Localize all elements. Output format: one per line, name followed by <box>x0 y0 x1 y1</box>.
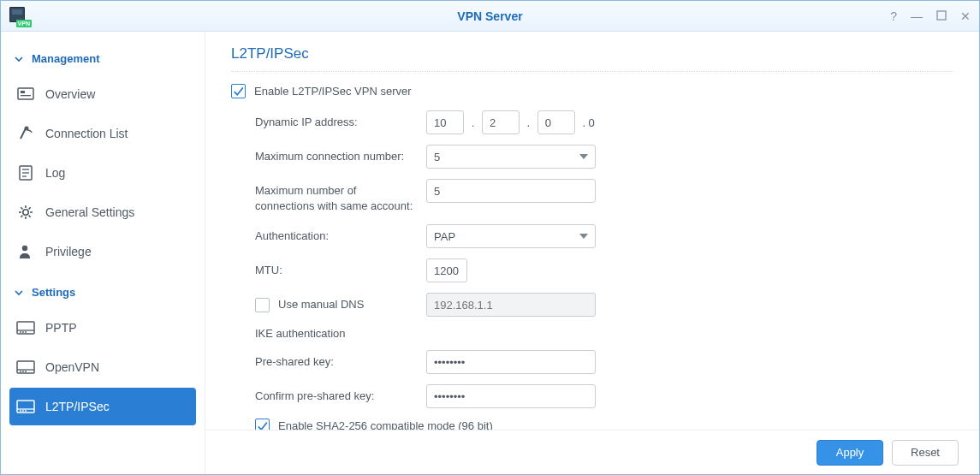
sidebar-item-label: Overview <box>45 87 95 101</box>
auth-label: Authentication: <box>255 229 426 244</box>
svg-line-16 <box>29 207 31 209</box>
close-icon[interactable]: ✕ <box>960 9 971 23</box>
sidebar-item-label: General Settings <box>45 205 134 219</box>
psk-label: Pre-shared key: <box>255 354 426 370</box>
sidebar-item-pptp[interactable]: PPTP <box>9 309 196 347</box>
svg-point-32 <box>22 410 24 412</box>
max-conn-value: 5 <box>434 151 440 163</box>
protocol-icon <box>16 318 35 337</box>
manual-dns-label: Use manual DNS <box>278 297 364 312</box>
mtu-input[interactable] <box>426 258 467 282</box>
connection-icon <box>16 124 35 143</box>
max-conn-same-input[interactable] <box>426 179 596 203</box>
mtu-row: MTU: <box>255 258 953 282</box>
psk-input[interactable] <box>426 350 596 374</box>
dynamic-ip-row: Dynamic IP address: . . . 0 <box>255 110 953 134</box>
minimize-icon[interactable]: — <box>911 9 923 23</box>
enable-l2tp-row: Enable L2TP/IPSec VPN server <box>231 84 953 98</box>
dynamic-ip-octet2-input[interactable] <box>482 110 520 134</box>
max-conn-same-row: Maximum number of connections with same … <box>255 179 953 214</box>
sidebar: Management Overview Connection List Log <box>1 32 205 474</box>
sidebar-item-l2tp-ipsec[interactable]: L2TP/IPSec <box>9 388 196 425</box>
psk-row: Pre-shared key: <box>255 350 953 374</box>
sidebar-item-label: Connection List <box>45 127 128 140</box>
log-icon <box>16 163 35 182</box>
sha2-row: Enable SHA2-256 compatible mode (96 bit) <box>255 419 953 430</box>
sidebar-item-label: Log <box>45 166 65 180</box>
chevron-down-icon <box>579 154 588 159</box>
overview-icon <box>16 85 35 104</box>
manual-dns-checkbox[interactable] <box>255 298 270 312</box>
psk-confirm-input[interactable] <box>426 384 596 408</box>
manual-dns-row: Use manual DNS <box>255 293 953 317</box>
sidebar-item-overview[interactable]: Overview <box>9 75 196 113</box>
content-panel: L2TP/IPSec Enable L2TP/IPSec VPN server … <box>205 32 979 430</box>
sidebar-item-general-settings[interactable]: General Settings <box>9 193 196 231</box>
help-icon[interactable]: ? <box>890 9 897 23</box>
sidebar-item-log[interactable]: Log <box>9 154 196 192</box>
ike-auth-header: IKE authentication <box>255 327 953 340</box>
ip-separator: . <box>472 116 475 129</box>
chevron-down-icon <box>15 288 23 297</box>
maximize-icon[interactable] <box>936 9 947 23</box>
svg-point-28 <box>25 371 27 372</box>
psk-confirm-row: Confirm pre-shared key: <box>255 384 953 408</box>
svg-point-27 <box>22 371 24 372</box>
max-conn-row: Maximum connection number: 5 <box>255 145 953 169</box>
manual-dns-input <box>426 293 596 317</box>
svg-rect-1 <box>18 88 33 99</box>
auth-select[interactable]: PAP <box>426 224 596 248</box>
gear-icon <box>16 203 35 222</box>
ip-separator: . <box>527 116 531 129</box>
window-titlebar: VPN VPN Server ? — ✕ <box>1 1 979 32</box>
chevron-down-icon <box>15 55 23 63</box>
sidebar-section-management[interactable]: Management <box>9 49 196 68</box>
max-conn-select[interactable]: 5 <box>426 145 596 169</box>
reset-button[interactable]: Reset <box>892 440 959 466</box>
svg-line-15 <box>29 216 31 217</box>
svg-line-17 <box>21 216 22 217</box>
svg-point-31 <box>20 410 21 412</box>
auth-row: Authentication: PAP <box>255 224 953 248</box>
protocol-icon <box>16 397 35 416</box>
app-icon: VPN <box>9 7 30 27</box>
dynamic-ip-label: Dynamic IP address: <box>255 115 426 130</box>
sidebar-item-label: L2TP/IPSec <box>45 400 110 413</box>
sidebar-item-label: Privilege <box>45 245 92 258</box>
chevron-down-icon <box>579 234 588 239</box>
mtu-label: MTU: <box>255 263 426 278</box>
sha2-checkbox[interactable] <box>255 419 270 430</box>
privilege-icon <box>16 242 35 261</box>
dynamic-ip-octet4-static: . 0 <box>582 116 594 129</box>
enable-l2tp-checkbox[interactable] <box>231 84 246 98</box>
sidebar-item-label: PPTP <box>45 321 77 335</box>
sha2-label: Enable SHA2-256 compatible mode (96 bit) <box>278 419 493 430</box>
max-conn-same-label: Maximum number of connections with same … <box>255 179 426 214</box>
max-conn-label: Maximum connection number: <box>255 149 426 164</box>
psk-confirm-label: Confirm pre-shared key: <box>255 389 426 404</box>
svg-rect-0 <box>937 11 946 20</box>
svg-rect-3 <box>21 95 31 96</box>
svg-line-14 <box>21 207 22 209</box>
sidebar-item-label: OpenVPN <box>45 360 99 374</box>
svg-rect-2 <box>21 91 25 93</box>
sidebar-item-openvpn[interactable]: OpenVPN <box>9 348 196 386</box>
svg-point-21 <box>20 331 21 333</box>
sidebar-section-label: Management <box>32 52 99 65</box>
auth-value: PAP <box>434 230 455 243</box>
protocol-icon <box>16 358 35 377</box>
dynamic-ip-octet1-input[interactable] <box>426 110 464 134</box>
dynamic-ip-octet3-input[interactable] <box>538 110 575 134</box>
sidebar-item-connection-list[interactable]: Connection List <box>9 115 196 152</box>
window-title: VPN Server <box>457 9 522 23</box>
apply-button[interactable]: Apply <box>817 440 883 466</box>
enable-l2tp-label: Enable L2TP/IPSec VPN server <box>254 85 412 98</box>
svg-point-23 <box>25 331 27 333</box>
svg-point-9 <box>23 210 28 215</box>
sidebar-section-label: Settings <box>32 286 75 299</box>
svg-point-26 <box>20 371 21 372</box>
svg-point-22 <box>22 331 24 333</box>
page-title: L2TP/IPSec <box>231 45 953 72</box>
sidebar-section-settings[interactable]: Settings <box>9 282 196 302</box>
sidebar-item-privilege[interactable]: Privilege <box>9 233 196 270</box>
